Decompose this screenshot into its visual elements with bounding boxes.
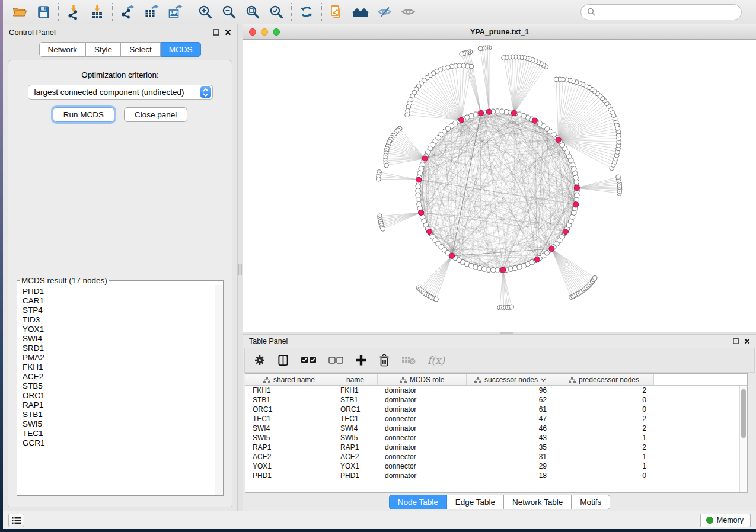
mcds-result-item[interactable]: PHD1 (23, 287, 215, 296)
tab-style[interactable]: Style (86, 42, 121, 57)
table-cell: STB1 (245, 395, 333, 405)
column-header-successor-nodes[interactable]: successor nodes (467, 374, 554, 385)
tab-network[interactable]: Network (39, 42, 87, 57)
show-hide-columns-icon[interactable] (277, 354, 289, 366)
mcds-result-item[interactable]: TID3 (23, 315, 215, 325)
sort-indicator-icon[interactable] (541, 378, 546, 382)
float-panel-icon[interactable] (213, 29, 219, 36)
table-row[interactable]: SWI4SWI4dominator462 (245, 424, 747, 433)
table-row[interactable]: SWI5SWI5connector431 (245, 433, 747, 443)
column-header-shared-name[interactable]: shared name (245, 374, 333, 385)
panel-splitter-vertical[interactable] (237, 24, 243, 511)
mcds-result-item[interactable]: TEC1 (23, 429, 215, 438)
splitter-grip[interactable] (500, 332, 513, 334)
zoom-fit-icon (245, 4, 260, 20)
table-cell: ORC1 (245, 405, 333, 414)
show-all-button[interactable] (396, 2, 420, 21)
select-all-icon[interactable] (301, 356, 317, 364)
new-column-plus-icon[interactable] (355, 354, 367, 366)
mcds-result-item[interactable]: RAP1 (23, 400, 215, 410)
duplicate-network-button[interactable] (325, 2, 349, 21)
mcds-result-item[interactable]: ORC1 (23, 391, 215, 400)
mcds-result-item[interactable]: STB5 (23, 382, 215, 391)
column-header-name[interactable]: name (333, 374, 378, 385)
close-panel-icon[interactable] (225, 29, 231, 36)
table-cell: RAP1 (245, 443, 333, 452)
show-log-button[interactable] (8, 514, 24, 527)
export-network-button[interactable] (116, 2, 139, 21)
criterion-select[interactable]: largest connected component (undirected) (28, 85, 213, 100)
table-scrollbar[interactable] (739, 386, 747, 492)
table-row[interactable]: PHD1PHD1dominator180 (245, 471, 747, 480)
mcds-result-item[interactable]: SRD1 (23, 344, 215, 353)
save-session-button[interactable] (31, 2, 55, 21)
mcds-result-item[interactable]: PMA2 (23, 353, 215, 363)
close-panel-icon[interactable] (744, 338, 750, 344)
mcds-result-item[interactable]: ACE2 (23, 372, 215, 382)
table-row[interactable]: ACE2ACE2connector311 (245, 452, 747, 462)
column-header-mcds-role[interactable]: MCDS role (378, 374, 467, 385)
mcds-result-item[interactable]: SWI4 (23, 334, 215, 344)
first-neighbors-button[interactable] (349, 2, 372, 21)
zoom-fit-button[interactable] (241, 2, 264, 21)
close-panel-button[interactable]: Close panel (124, 107, 187, 122)
control-panel-tab-bar: Network Style Select MCDS (39, 42, 202, 57)
function-builder-icon[interactable]: f(x) (428, 354, 445, 366)
tab-motifs[interactable]: Motifs (572, 495, 610, 509)
splitter-grip[interactable] (238, 264, 242, 275)
maximize-window-icon[interactable] (273, 28, 280, 36)
hide-selected-button[interactable] (372, 2, 396, 21)
network-canvas[interactable] (243, 40, 756, 332)
search-input[interactable] (599, 8, 735, 17)
export-table-button[interactable] (139, 2, 163, 21)
tab-edge-table[interactable]: Edge Table (447, 495, 504, 509)
table-row[interactable]: FKH1FKH1dominator962 (245, 386, 747, 395)
mcds-list-scrollbar[interactable] (215, 285, 223, 495)
zoom-selected-button[interactable] (264, 2, 288, 21)
float-panel-icon[interactable] (733, 338, 739, 344)
minimize-window-icon[interactable] (261, 28, 268, 36)
run-mcds-button[interactable]: Run MCDS (53, 107, 114, 122)
scrollbar-thumb[interactable] (741, 389, 746, 438)
tab-mcds[interactable]: MCDS (161, 42, 202, 57)
panel-splitter-horizontal[interactable] (243, 332, 756, 335)
column-header-predecessor-nodes[interactable]: predecessor nodes (554, 374, 654, 385)
tab-network-table[interactable]: Network Table (504, 495, 572, 509)
close-window-icon[interactable] (249, 28, 256, 36)
mcds-result-item[interactable]: YOX1 (23, 325, 215, 334)
table-cell: TEC1 (245, 414, 333, 424)
tab-select[interactable]: Select (121, 42, 161, 57)
table-row[interactable]: RAP1RAP1dominator352 (245, 443, 747, 452)
mcds-result-list[interactable]: PHD1CAR1STP4TID3YOX1SWI4SRD1PMA2FKH1ACE2… (17, 285, 215, 495)
network-graph[interactable] (243, 40, 756, 332)
table-row[interactable]: STB1STB1dominator620 (245, 395, 747, 405)
table-row[interactable]: ORC1ORC1dominator610 (245, 405, 747, 414)
deselect-all-icon[interactable] (328, 357, 343, 364)
network-window-titlebar[interactable]: YPA_prune.txt_1 (243, 24, 756, 40)
zoom-in-button[interactable] (193, 2, 217, 21)
import-table-button[interactable] (85, 2, 109, 21)
mcds-result-item[interactable]: STB1 (23, 410, 215, 419)
delete-table-icon[interactable] (401, 356, 416, 365)
import-network-button[interactable] (62, 2, 85, 21)
table-options-gear-icon[interactable] (254, 354, 266, 366)
table-cell: TEC1 (333, 414, 378, 424)
export-image-button[interactable] (163, 2, 187, 21)
mcds-result-item[interactable]: GCR1 (23, 438, 215, 448)
export-table-icon (143, 4, 160, 20)
table-row[interactable]: YOX1YOX1connector291 (245, 462, 747, 471)
table-row[interactable]: TEC1TEC1connector472 (245, 414, 747, 424)
toolbar-separator (190, 3, 190, 21)
apply-layout-button[interactable] (295, 2, 318, 21)
delete-columns-trash-icon[interactable] (379, 354, 390, 367)
mcds-result-item[interactable]: STP4 (23, 306, 215, 315)
search-field[interactable] (580, 4, 742, 20)
memory-button[interactable]: Memory (700, 514, 751, 527)
mcds-result-item[interactable]: CAR1 (23, 296, 215, 306)
zoom-out-button[interactable] (217, 2, 241, 21)
memory-status-icon (706, 517, 713, 524)
tab-node-table[interactable]: Node Table (389, 495, 447, 509)
mcds-result-item[interactable]: SWI5 (23, 419, 215, 429)
open-file-button[interactable] (8, 2, 31, 21)
mcds-result-item[interactable]: FKH1 (23, 363, 215, 372)
